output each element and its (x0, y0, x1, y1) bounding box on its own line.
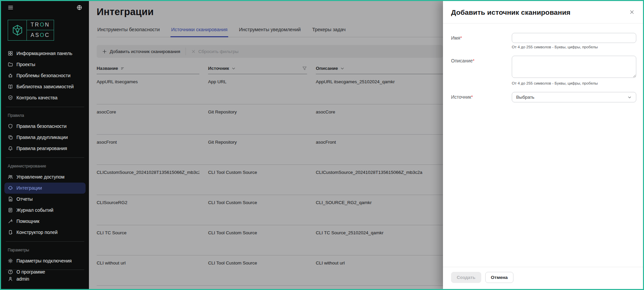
fields-icon (8, 230, 13, 235)
logo-row-2: ASOC (27, 30, 54, 40)
sidebar-item-admin-user[interactable]: admin (4, 273, 86, 284)
cancel-button[interactable]: Отмена (485, 272, 513, 283)
sidebar-item-label: Проекты (16, 62, 35, 67)
name-field-label: Имя* (451, 33, 512, 41)
logo-letter: C (45, 32, 50, 38)
sidebar-nav: Информационная панельПроектыПроблемы без… (8, 48, 82, 266)
logo-letter: TR (31, 22, 40, 28)
required-mark: * (471, 94, 473, 100)
logo-letter: N (45, 22, 50, 28)
shield-check-icon (8, 95, 13, 100)
logo-letter: O (40, 22, 45, 28)
journal-icon (8, 207, 13, 213)
user-name: admin (16, 276, 29, 282)
logo-row-1: TRON (27, 20, 54, 30)
sidebar-item-folder[interactable]: Проекты (4, 59, 86, 70)
add-scan-source-drawer: Добавить источник сканирования Имя* От 4… (443, 1, 643, 289)
users-icon (8, 174, 13, 180)
required-mark: * (460, 35, 462, 41)
sidebar-item-label: Интеграции (16, 185, 42, 191)
sidebar-section-label: Правила (8, 113, 82, 118)
logo-letter: AS (31, 32, 40, 38)
bug-icon (8, 73, 13, 78)
sidebar-item-dashboard[interactable]: Информационная панель (4, 48, 86, 59)
cube-icon (11, 24, 23, 36)
sidebar-divider (6, 157, 84, 158)
logo-letter: O (40, 32, 45, 38)
sidebar-section-label: Администрирование (8, 164, 82, 168)
source-field-label: Источник* (451, 92, 512, 100)
name-field-hint: От 4 до 255 символов - Буквы, цифры, про… (512, 45, 636, 49)
sidebar-item-label: Библиотека зависимостей (16, 84, 74, 89)
sidebar-item-label: Журнал событий (16, 207, 53, 213)
wand-icon (8, 219, 13, 224)
description-field-label: Описание* (451, 56, 512, 63)
description-textarea[interactable] (512, 56, 636, 78)
source-select-value: Выбрать (516, 95, 534, 100)
sidebar-item-wand[interactable]: Помощник (4, 216, 86, 227)
logo-text: TRON ASOC (27, 20, 54, 40)
sidebar-item-bug[interactable]: Проблемы безопасности (4, 70, 86, 81)
sidebar-item-book[interactable]: Библиотека зависимостей (4, 81, 86, 92)
source-select[interactable]: Выбрать (512, 92, 636, 102)
sidebar-item-label: Отчеты (16, 196, 33, 202)
sidebar-item-label: Информационная панель (16, 51, 72, 56)
report-icon (8, 196, 13, 202)
sidebar-item-label: Правила безопасности (16, 124, 66, 129)
sidebar-item-label: Правила реагирования (16, 146, 67, 151)
drawer-footer: Создать Отмена (443, 267, 643, 289)
sidebar-item-journal[interactable]: Журнал событий (4, 205, 86, 216)
book-icon (8, 84, 13, 89)
sidebar-section-label: Параметры (8, 248, 82, 252)
main-content: Интеграции Инструменты безопасностиИсточ… (89, 1, 443, 289)
sidebar-item-shield-check[interactable]: Контроль качества (4, 92, 86, 103)
copy-icon (8, 135, 13, 140)
shield-icon (8, 124, 13, 129)
sidebar-item-bell[interactable]: Правила реагирования (4, 143, 86, 154)
drawer-body: Имя* От 4 до 255 символов - Буквы, цифры… (443, 23, 643, 102)
sidebar-item-fields[interactable]: Конструктор полей (4, 227, 86, 238)
sidebar-item-label: Параметры подключения (16, 258, 72, 263)
sidebar-item-copy[interactable]: Правила дедупликации (4, 132, 86, 143)
sidebar-user-block: admin (8, 266, 82, 284)
sidebar: TRON ASOC Информационная панельПроектыПр… (1, 1, 89, 289)
bell-icon (8, 146, 13, 151)
drawer-title: Добавить источник сканирования (451, 8, 571, 16)
sidebar-top-bar (8, 1, 82, 16)
dashboard-icon (8, 51, 13, 56)
sidebar-item-label: Помощник (16, 219, 39, 224)
chevron-down-icon (627, 95, 632, 100)
sidebar-divider (6, 107, 84, 107)
sidebar-item-label: Конструктор полей (16, 230, 58, 235)
folder-icon (8, 62, 13, 67)
drawer-header: Добавить источник сканирования (443, 1, 643, 23)
hamburger-icon (8, 5, 13, 10)
sidebar-item-integration[interactable]: Интеграции (4, 183, 86, 194)
language-globe-button[interactable] (77, 5, 82, 12)
sidebar-item-label: Правила дедупликации (16, 135, 68, 140)
sidebar-item-label: Контроль качества (16, 95, 57, 100)
tron-asoc-logo: TRON ASOC (8, 20, 54, 41)
sidebar-divider (6, 241, 84, 242)
create-button[interactable]: Создать (451, 272, 481, 283)
sidebar-item-gear[interactable]: Параметры подключения (4, 255, 86, 267)
name-field-row: Имя* От 4 до 255 символов - Буквы, цифры… (451, 33, 636, 56)
modal-backdrop[interactable] (89, 1, 443, 289)
globe-icon (77, 5, 82, 10)
description-field-hint: От 4 до 255 символов - Буквы, цифры, про… (512, 81, 636, 85)
logo-cube (8, 20, 27, 40)
close-icon[interactable] (628, 8, 636, 17)
app-window: TRON ASOC Информационная панельПроектыПр… (0, 0, 644, 290)
user-icon (8, 276, 13, 282)
close-icon (630, 10, 634, 14)
sidebar-item-report[interactable]: Отчеты (4, 194, 86, 205)
divider (6, 270, 84, 270)
required-mark: * (473, 58, 474, 63)
sidebar-item-shield[interactable]: Правила безопасности (4, 121, 86, 132)
sidebar-item-users[interactable]: Управление доступом (4, 172, 86, 183)
gear-icon (8, 258, 13, 263)
name-input[interactable] (512, 33, 636, 43)
integration-icon (8, 185, 13, 191)
hamburger-menu-button[interactable] (8, 5, 13, 12)
sidebar-item-label: Проблемы безопасности (16, 73, 70, 78)
